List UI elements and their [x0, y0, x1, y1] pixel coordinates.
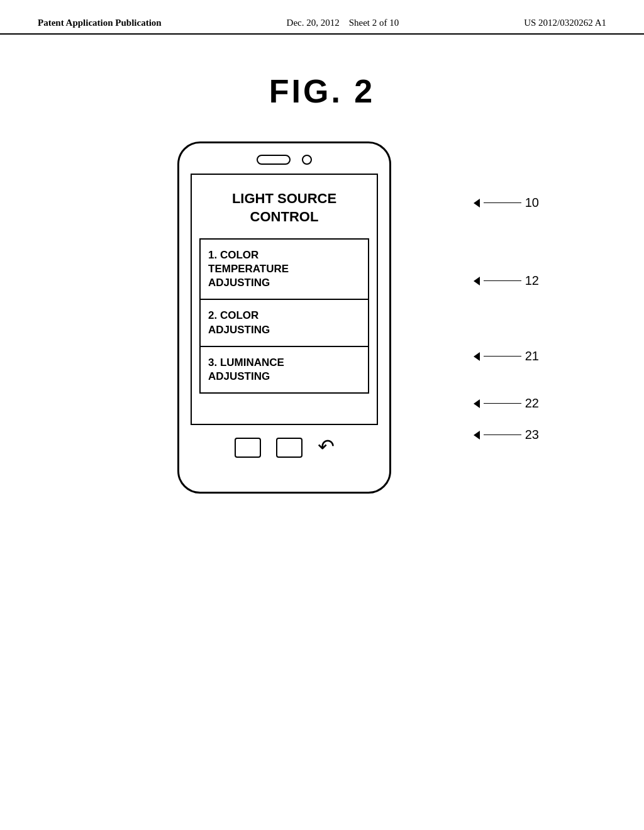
ref-10-line	[484, 202, 521, 204]
patent-number: US 2012/0320262 A1	[524, 18, 606, 28]
ref-22-line	[484, 403, 521, 404]
screen-title-line1: LIGHT SOURCE	[232, 191, 336, 206]
ref-21-number: 21	[525, 349, 539, 363]
camera-icon	[302, 155, 312, 165]
menu-item-1-label: 1. COLORTEMPERATUREADJUSTING	[208, 249, 289, 289]
publication-date-sheet: Dec. 20, 2012 Sheet 2 of 10	[287, 18, 399, 28]
publication-label: Patent Application Publication	[38, 18, 162, 28]
ref-10-number: 10	[525, 196, 539, 210]
ref-21-tick	[474, 352, 480, 361]
sheet-info: Sheet 2 of 10	[349, 18, 399, 28]
ref-22-tick	[474, 399, 480, 408]
ref-10-tick	[474, 199, 480, 208]
screen-title: LIGHT SOURCE CONTROL	[192, 175, 377, 238]
diagram-area: LIGHT SOURCE CONTROL 1. COLORTEMPERATURE…	[0, 141, 644, 494]
screen-title-line2: CONTROL	[250, 209, 319, 224]
menu-item-1[interactable]: 1. COLORTEMPERATUREADJUSTING	[199, 238, 369, 299]
menu-item-2[interactable]: 2. COLORADJUSTING	[199, 299, 369, 345]
phone-device: LIGHT SOURCE CONTROL 1. COLORTEMPERATURE…	[177, 141, 391, 494]
menu-item-3-label: 3. LUMINANCEADJUSTING	[208, 357, 284, 382]
speaker-icon	[257, 155, 291, 165]
ref-12-number: 12	[525, 274, 539, 288]
ref-22-label: 22	[474, 396, 539, 411]
menu-item-2-label: 2. COLORADJUSTING	[208, 309, 270, 335]
menu-item-3[interactable]: 3. LUMINANCEADJUSTING	[199, 346, 369, 394]
ref-23-line	[484, 434, 521, 436]
ref-23-label: 23	[474, 428, 539, 442]
phone-top-bar	[179, 143, 389, 174]
ref-23-number: 23	[525, 428, 539, 442]
ref-12-label: 12	[474, 274, 539, 288]
ref-22-number: 22	[525, 396, 539, 411]
ref-12-line	[484, 280, 521, 282]
back-button[interactable]: ↷	[318, 436, 335, 456]
page-header: Patent Application Publication Dec. 20, …	[0, 0, 644, 35]
menu-button[interactable]	[276, 438, 303, 458]
phone-bottom-bar: ↷	[179, 429, 389, 458]
home-button[interactable]	[235, 438, 261, 458]
phone-screen: LIGHT SOURCE CONTROL 1. COLORTEMPERATURE…	[191, 174, 378, 425]
ref-23-tick	[474, 431, 480, 440]
ref-21-line	[484, 356, 521, 357]
publication-date: Dec. 20, 2012	[287, 18, 340, 28]
figure-title: FIG. 2	[0, 72, 644, 110]
ref-21-label: 21	[474, 349, 539, 363]
ref-10-label: 10	[474, 196, 539, 210]
ref-12-tick	[474, 277, 480, 285]
menu-list: 1. COLORTEMPERATUREADJUSTING 2. COLORADJ…	[199, 238, 369, 424]
callout-container: LIGHT SOURCE CONTROL 1. COLORTEMPERATURE…	[177, 141, 467, 494]
